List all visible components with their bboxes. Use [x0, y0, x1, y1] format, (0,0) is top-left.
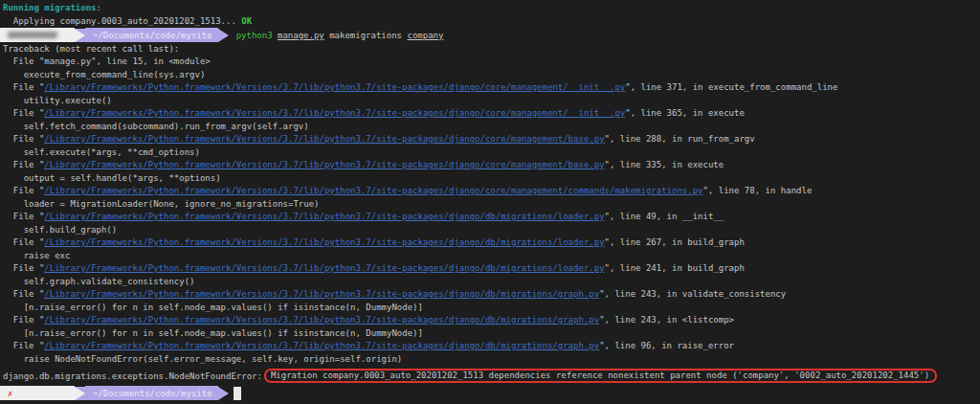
traceback-code-line: self.build_graph() [3, 224, 980, 237]
command-program: python3 [236, 31, 273, 40]
traceback-code-line: self.execute(*args, **cmd_options) [3, 146, 980, 160]
file-line-suffix: ", line 371, in execute_from_command_lin… [625, 82, 837, 92]
migration-ok-status: OK [241, 16, 252, 26]
error-cross-icon: ✗ [8, 389, 12, 398]
file-path-link[interactable]: /Library/Frameworks/Python.framework/Ver… [44, 186, 702, 195]
traceback-file-line: File "/Library/Frameworks/Python.framewo… [3, 211, 980, 224]
file-line-suffix: ", line 365, in execute [625, 108, 745, 118]
prompt-status-segment: ✗ [0, 386, 75, 400]
applying-migration-text: Applying company.0003_auto_20201202_1513… [3, 16, 241, 26]
prompt-user-segment [0, 28, 75, 42]
command-arg-file: manage.py [278, 31, 324, 40]
shell-prompt-current[interactable]: ✗~/Documents/code/mysite [0, 386, 980, 401]
file-line-text: File " [3, 263, 44, 273]
traceback-file-line: File "/Library/Frameworks/Python.framewo… [3, 340, 980, 353]
traceback-code-line: raise exc [3, 250, 980, 263]
traceback-file-line: File "/Library/Frameworks/Python.framewo… [3, 107, 980, 121]
file-path-link[interactable]: /Library/Frameworks/Python.framework/Ver… [44, 134, 604, 144]
prompt-path-segment: ~/Documents/code/mysite [85, 28, 218, 42]
traceback-code-line: loader = MigrationLoader(None, ignore_no… [3, 198, 980, 212]
traceback-header: Traceback (most recent call last): [3, 43, 980, 56]
file-line-suffix: ", line 96, in raise_error [599, 341, 734, 350]
terminal-window[interactable]: Running migrations: Applying company.000… [0, 0, 980, 404]
file-path-link[interactable]: /Library/Frameworks/Python.framework/Ver… [44, 263, 604, 273]
file-line-text: File " [3, 108, 44, 118]
traceback-file-line: File "/Library/Frameworks/Python.framewo… [3, 236, 980, 250]
file-line-suffix: ", line 335, in execute [605, 160, 724, 169]
terminal-cursor[interactable] [234, 387, 241, 400]
traceback-code-line: execute_from_command_line(sys.argv) [3, 69, 980, 82]
traceback-code-line: self.graph.validate_consistency() [3, 276, 980, 289]
powerline-arrow-icon [75, 29, 85, 42]
traceback-file-line: File "/Library/Frameworks/Python.framewo… [3, 262, 980, 276]
file-line-text: File " [3, 341, 44, 350]
file-line-text: File " [3, 212, 44, 221]
exception-class-name: django.db.migrations.exceptions.NodeNotF… [3, 371, 262, 381]
powerline-arrow-icon [75, 387, 85, 400]
file-line-suffix: ", line 243, in validate_consistency [599, 289, 786, 299]
file-line-suffix: ", line 241, in build_graph [605, 263, 745, 273]
file-line-text: File " [3, 82, 44, 92]
file-path-link[interactable]: /Library/Frameworks/Python.framework/Ver… [44, 341, 599, 350]
traceback-file-line: File "/Library/Frameworks/Python.framewo… [3, 159, 980, 172]
traceback-code-line: [n.raise_error() for n in self.node_map.… [3, 302, 980, 315]
file-line-text: File " [3, 237, 44, 247]
file-path-link[interactable]: /Library/Frameworks/Python.framework/Ver… [44, 237, 604, 247]
traceback-code-line: output = self.handle(*args, **options) [3, 172, 980, 186]
prompt-path-segment: ~/Documents/code/mysite [85, 386, 218, 400]
traceback-file-line: File "/Library/Frameworks/Python.framewo… [3, 81, 980, 95]
traceback-file-line: File "/Library/Frameworks/Python.framewo… [3, 185, 980, 198]
file-path-link[interactable]: /Library/Frameworks/Python.framework/Ver… [44, 289, 599, 299]
traceback-code-line: [n.raise_error() for n in self.node_map.… [3, 327, 980, 341]
traceback-file-line: File "/Library/Frameworks/Python.framewo… [3, 133, 980, 146]
file-line-suffix: ", line 267, in build_graph [605, 237, 745, 247]
file-line-suffix: ", line 49, in __init__ [605, 212, 724, 221]
error-message: Migration company.0003_auto_20201202_151… [271, 370, 929, 380]
file-line-text: File " [3, 289, 44, 299]
shell-prompt-previous: ~/Documents/code/mysitepython3 manage.py… [0, 28, 980, 43]
file-path-link[interactable]: /Library/Frameworks/Python.framework/Ver… [44, 212, 604, 221]
file-path-link[interactable]: /Library/Frameworks/Python.framework/Ver… [44, 108, 625, 118]
file-line-suffix: ", line 243, in <listcomp> [599, 315, 734, 325]
traceback-frames: File "manage.py", line 15, in <module> e… [3, 56, 980, 366]
redacted-username [8, 32, 57, 38]
exception-line: django.db.migrations.exceptions.NodeNotF… [3, 366, 980, 386]
powerline-arrow-icon [218, 387, 229, 400]
file-line-text: File "manage.py", line 15, in <module> [3, 56, 211, 66]
running-migrations-header: Running migrations: [3, 2, 980, 15]
error-annotation-box: Migration company.0003_auto_20201202_151… [264, 369, 937, 383]
file-line-text: File " [3, 134, 44, 144]
file-line-text: File " [3, 186, 44, 195]
traceback-file-line: File "manage.py", line 15, in <module> [3, 56, 980, 69]
file-path-link[interactable]: /Library/Frameworks/Python.framework/Ver… [44, 160, 604, 169]
command-arg-app: company [407, 31, 443, 40]
command-subcommand: makemigrations [324, 31, 408, 40]
traceback-code-line: raise NodeNotFoundError(self.error_messa… [3, 353, 980, 367]
traceback-file-line: File "/Library/Frameworks/Python.framewo… [3, 314, 980, 327]
file-path-link[interactable]: /Library/Frameworks/Python.framework/Ver… [44, 315, 599, 325]
file-line-suffix: ", line 288, in run_from_argv [605, 134, 755, 144]
powerline-arrow-icon [218, 29, 229, 42]
file-path-link[interactable]: /Library/Frameworks/Python.framework/Ver… [44, 82, 625, 92]
file-line-text: File " [3, 160, 44, 169]
traceback-code-line: self.fetch_command(subcommand).run_from_… [3, 121, 980, 134]
file-line-text: File " [3, 315, 44, 325]
file-line-suffix: ", line 78, in handle [703, 186, 813, 195]
entered-command: python3 manage.py makemigrations company [236, 31, 444, 40]
traceback-code-line: utility.execute() [3, 95, 980, 108]
traceback-file-line: File "/Library/Frameworks/Python.framewo… [3, 288, 980, 302]
applying-migration-line: Applying company.0003_auto_20201202_1513… [3, 15, 980, 29]
